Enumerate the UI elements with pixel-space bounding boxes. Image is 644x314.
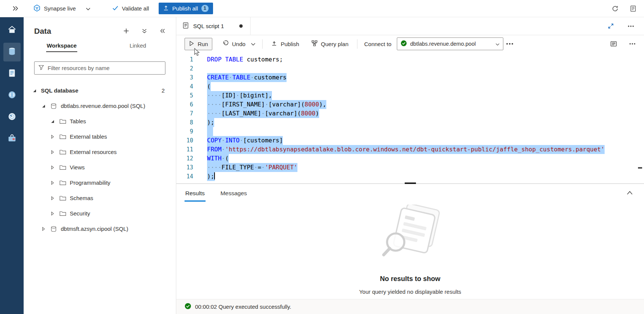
chevron-expanded-icon[interactable] <box>32 88 37 93</box>
unsaved-changes-dot <box>239 24 243 28</box>
line-number[interactable]: 8 <box>176 118 193 127</box>
chevron-collapsed-icon[interactable] <box>41 227 46 231</box>
sql-pool-icon <box>50 103 57 109</box>
filter-resources-input[interactable] <box>48 65 161 71</box>
code-line-7[interactable]: 7····[LAST_NAME]·[varchar](8000) <box>176 109 644 118</box>
more-icon[interactable] <box>626 24 636 29</box>
line-number[interactable]: 7 <box>176 109 193 118</box>
code-line-8[interactable]: 8); <box>176 118 644 127</box>
tree-item-security[interactable]: Security <box>24 206 176 221</box>
line-number[interactable]: 2 <box>176 64 193 73</box>
collapse-all-icon[interactable] <box>140 27 149 36</box>
line-number[interactable]: 6 <box>176 100 193 109</box>
chevron-collapsed-icon[interactable] <box>50 181 55 185</box>
tree-item-sql-database[interactable]: SQL database2 <box>24 83 176 98</box>
code-line-11[interactable]: 11FROM·'https://dbtlabsynapsedatalake.bl… <box>176 145 644 154</box>
code-line-text: FROM·'https://dbtlabsynapsedatalake.blob… <box>207 145 605 154</box>
editor-more-icon[interactable] <box>627 41 637 46</box>
validate-all-button[interactable]: Validate all <box>112 5 149 12</box>
connect-to-label: Connect to <box>364 41 392 47</box>
tab-messages[interactable]: Messages <box>220 185 248 202</box>
add-icon[interactable] <box>122 26 131 36</box>
nav-integrate-button[interactable] <box>3 86 21 105</box>
chevron-collapsed-icon[interactable] <box>50 165 55 170</box>
tree-item-programmability[interactable]: Programmability <box>24 175 176 190</box>
tree-item-views[interactable]: Views <box>24 160 176 175</box>
tree-item-external-tables[interactable]: External tables <box>24 129 176 144</box>
chevron-expanded-icon[interactable] <box>50 119 55 124</box>
chevron-down-icon <box>495 40 500 47</box>
tree-item-dbtlabs-revenue-demo-pool-sql[interactable]: dbtlabs.revenue.demo.pool (SQL) <box>24 98 176 114</box>
validate-check-icon <box>112 5 119 12</box>
refresh-icon[interactable] <box>610 4 620 13</box>
line-number[interactable]: 14 <box>176 172 193 181</box>
undo-button[interactable]: Undo <box>218 37 250 50</box>
code-line-text: ); <box>207 118 214 127</box>
nav-develop-button[interactable] <box>3 64 21 83</box>
chevron-collapsed-icon[interactable] <box>50 135 55 139</box>
sql-code-editor[interactable]: 1DROP TABLE customers;23CREATE·TABLE·cus… <box>176 52 644 183</box>
sash-handle[interactable] <box>405 182 416 184</box>
code-line-13[interactable]: 13····FILE_TYPE·=·'PARQUET' <box>176 163 644 172</box>
view-settings-icon[interactable] <box>609 39 618 49</box>
line-number[interactable]: 1 <box>176 55 193 64</box>
code-line-2[interactable]: 2 <box>176 64 644 73</box>
nav-monitor-button[interactable] <box>3 108 21 127</box>
nav-home-button[interactable] <box>3 21 21 40</box>
nav-manage-button[interactable] <box>3 130 21 148</box>
notebook-icon[interactable] <box>628 4 638 13</box>
tab-workspace[interactable]: Workspace <box>24 42 100 55</box>
code-line-12[interactable]: 12WITH·( <box>176 154 644 163</box>
undo-dropdown-chevron[interactable] <box>249 39 258 49</box>
branch-selector[interactable]: Synapse live <box>33 4 90 13</box>
tab-linked[interactable]: Linked <box>100 42 176 55</box>
run-play-icon <box>189 40 194 48</box>
code-line-14[interactable]: 14); <box>176 172 644 181</box>
nav-data-button[interactable] <box>3 43 21 61</box>
publish-button[interactable]: Publish <box>267 38 303 50</box>
chevron-collapsed-icon[interactable] <box>50 196 55 200</box>
empty-results-subtitle: Your query yielded no displayable result… <box>359 289 461 295</box>
tree-item-schemas[interactable]: Schemas <box>24 190 176 206</box>
code-lines: 1DROP TABLE customers;23CREATE·TABLE·cus… <box>176 55 644 181</box>
chevron-up-icon[interactable] <box>625 189 634 196</box>
code-line-1[interactable]: 1DROP TABLE customers; <box>176 55 644 64</box>
code-line-4[interactable]: 4( <box>176 82 644 91</box>
tree-item-label: SQL database <box>41 87 78 94</box>
line-number[interactable]: 12 <box>176 154 193 163</box>
code-line-text: ····[LAST_NAME]·[varchar](8000) <box>207 109 319 118</box>
line-number[interactable]: 5 <box>176 91 193 100</box>
publish-icon <box>271 40 277 48</box>
chevron-collapsed-icon[interactable] <box>50 211 55 216</box>
line-number[interactable]: 9 <box>176 127 193 136</box>
filter-funnel-icon <box>38 64 44 72</box>
tree-item-external-resources[interactable]: External resources <box>24 144 176 160</box>
tab-results[interactable]: Results <box>185 185 206 202</box>
code-line-9[interactable]: 9 <box>176 127 644 136</box>
tab-sql-script-1[interactable]: SQL script 1 <box>176 17 251 35</box>
line-number[interactable]: 4 <box>176 82 193 91</box>
tree-item-dbtmsft-azsyn-cipool-sql[interactable]: dbtmsft.azsyn.cipool (SQL) <box>24 221 176 236</box>
connect-pool-dropdown[interactable]: dbtlabs.revenue.demo.pool <box>397 37 503 50</box>
chevron-collapsed-icon[interactable] <box>50 150 55 154</box>
empty-results-state: No results to show Your query yielded no… <box>176 202 644 299</box>
publish-all-button[interactable]: Publish all 1 <box>159 3 213 14</box>
code-line-5[interactable]: 5····[ID]·[bigint], <box>176 91 644 100</box>
open-fullscreen-icon[interactable] <box>606 21 615 31</box>
line-number[interactable]: 13 <box>176 163 193 172</box>
line-number[interactable]: 3 <box>176 73 193 82</box>
chevron-expanded-icon[interactable] <box>41 104 46 108</box>
code-line-6[interactable]: 6····[FIRST_NAME]·[varchar](8000), <box>176 100 644 109</box>
toolbar-more-icon[interactable] <box>503 40 516 48</box>
collapse-panel-icon[interactable] <box>158 27 167 35</box>
query-plan-button[interactable]: Query plan <box>307 37 353 50</box>
results-sash[interactable] <box>176 183 644 184</box>
run-button[interactable]: Run <box>185 38 212 50</box>
tree-item-tables[interactable]: Tables <box>24 114 176 129</box>
code-line-10[interactable]: 10COPY·INTO·[customers] <box>176 136 644 145</box>
expand-nav-icon[interactable] <box>11 4 20 13</box>
line-number[interactable]: 11 <box>176 145 193 154</box>
code-line-3[interactable]: 3CREATE·TABLE·customers <box>176 73 644 82</box>
line-number[interactable]: 10 <box>176 136 193 145</box>
tree-item-label: dbtmsft.azsyn.cipool (SQL) <box>61 226 128 232</box>
